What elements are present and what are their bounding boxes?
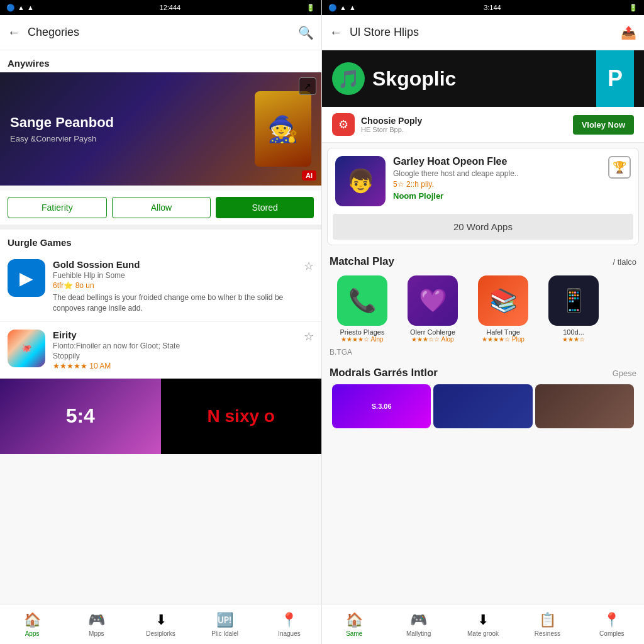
fav-button[interactable]: Fatierity <box>8 197 107 218</box>
app-name-1: Olerr Cohlerge <box>400 328 465 336</box>
right-panel: 🔵 ▲ ▲ 3:144 🔋 ← Ul Store Hlips 📤 🎵 Skgop… <box>322 0 644 644</box>
bottom-card-0-label: S.3.06 <box>372 402 392 410</box>
banner-logo-badge: AI <box>302 170 316 180</box>
list-item-2-content: Eirity Flonto:Finoiler an now for Gloot;… <box>53 330 296 370</box>
section1-header: Matchal Play / tlalco <box>322 250 644 270</box>
banner-badge-icon: ↗ <box>299 77 316 95</box>
section1-sub-label: B.TGA <box>322 348 644 359</box>
featured-link[interactable]: Noom Plojler <box>393 191 601 201</box>
right-share-icon[interactable]: 📤 <box>621 25 636 40</box>
section1-label: Uurgle Games <box>0 230 321 252</box>
list-item-2-rating: ★★★★★ 10 AM <box>53 362 296 370</box>
right-nav-same-icon: 🏠 <box>346 612 363 628</box>
store-banner-right: P <box>596 50 634 107</box>
app-grid-item-1[interactable]: 💜 Olerr Cohlerge ★★★☆☆ Alop <box>397 273 468 345</box>
bottom-image-1[interactable]: 5:4 <box>0 379 161 454</box>
app-icon-2: 📚 <box>478 275 528 326</box>
right-time: 3:144 <box>484 4 501 11</box>
left-bottom-nav: 🏠 Apps 🎮 Mpps ⬇ Desiplorks 🆙 Plic Idalel… <box>0 604 321 644</box>
app-name-3: 100d... <box>541 328 606 336</box>
bottom-image-2[interactable]: N sixy o <box>161 379 322 454</box>
list-item-2[interactable]: 🐙 Eirity Flonto:Finoiler an now for Gloo… <box>0 322 321 379</box>
left-nav-apps-icon: 🏠 <box>24 612 41 628</box>
left-nav-plic-icon: 🆙 <box>216 612 233 628</box>
right-nav-resiness-icon: 📋 <box>539 612 556 628</box>
right-back-button[interactable]: ← <box>330 25 342 40</box>
right-nav-comples[interactable]: 📍 Comples <box>580 604 644 644</box>
section1-title: Matchal Play <box>330 255 394 268</box>
app-rating-0: ★★★★☆ Alnp <box>330 336 395 343</box>
right-nav-mallyting[interactable]: 🎮 Mallyting <box>386 604 450 644</box>
list-item-2-star[interactable]: ☆ <box>304 330 314 343</box>
right-nav-same[interactable]: 🏠 Same <box>322 604 386 644</box>
spotify-logo: 🎵 <box>332 62 365 95</box>
anywheres-label: Anywires <box>0 50 321 72</box>
right-battery-icon: 🔋 <box>629 4 638 12</box>
bottom-card-0[interactable]: S.3.06 <box>332 384 431 428</box>
section1-link[interactable]: / tlalco <box>613 257 636 267</box>
netflix-label: N sixy o <box>208 406 275 426</box>
banner-image: 🧙 <box>255 91 311 167</box>
right-bottom-nav: 🏠 Same 🎮 Mallyting ⬇ Mate grook 📋 Resine… <box>322 604 644 644</box>
left-nav-desiplorks-label: Desiplorks <box>146 630 175 637</box>
section2: Modrals Garrés Intlor Gpese S.3.06 <box>322 359 644 436</box>
app-grid-item-3[interactable]: 📱 100d... ★★★☆ <box>538 273 609 345</box>
list-item-1-rating: 6tfr⭐ 8o un <box>53 281 296 290</box>
list-item-1-star[interactable]: ☆ <box>304 259 314 273</box>
left-nav-desiplorks[interactable]: ⬇ Desiplorks <box>128 604 192 644</box>
app-icon-3: 📱 <box>548 275 599 326</box>
left-nav-apps[interactable]: 🏠 Apps <box>0 604 64 644</box>
banner-subtitle: Easy &Conervier Paysh <box>10 134 114 143</box>
left-nav-plic[interactable]: 🆙 Plic Idalel <box>193 604 257 644</box>
app-grid-item-0[interactable]: 📞 Priesto Plages ★★★★☆ Alnp <box>327 273 397 345</box>
right-status-left: 🔵 ▲ ▲ <box>328 4 356 12</box>
app-grid-item-2[interactable]: 📚 Hafel Tnge ★★★★☆ Plup <box>468 273 538 345</box>
section2-title: Modrals Garrés Intlor <box>330 367 438 379</box>
banner-title: Sange Peanbod <box>10 114 114 131</box>
left-nav-inagues-label: Inagues <box>278 630 301 637</box>
left-status-bar: 🔵 ▲ ▲ 12:444 🔋 <box>0 0 321 15</box>
left-nav-mpps[interactable]: 🎮 Mpps <box>64 604 128 644</box>
left-time: 12:444 <box>160 4 181 11</box>
featured-app[interactable]: 👦 Garley Hoat Opeon Flee Gloogle there h… <box>327 148 639 245</box>
featured-title: Garley Hoat Opeon Flee <box>393 156 601 167</box>
bottom-card-1[interactable] <box>433 384 532 428</box>
list-icon-1: ▶ <box>8 259 45 297</box>
battery-icon: 🔋 <box>306 4 315 12</box>
featured-badge: 🏆 <box>608 156 631 179</box>
wifi-icon: ▲ <box>18 4 25 11</box>
right-nav-comples-icon: 📍 <box>603 612 620 628</box>
list-item[interactable]: ▶ Gold Sossion Eund Fuehible Hlp in Some… <box>0 252 321 322</box>
store-banner: 🎵 Skgoplic P <box>322 50 644 107</box>
left-section-divider <box>0 225 321 230</box>
banner-card[interactable]: Sange Peanbod Easy &Conervier Paysh 🧙 ↗ … <box>0 72 321 186</box>
stored-button[interactable]: Stored <box>216 197 314 218</box>
right-nav-comples-label: Comples <box>599 630 624 637</box>
choosie-button[interactable]: Vloley Now <box>573 115 634 135</box>
left-header: ← Chegories 🔍 <box>0 15 321 50</box>
right-bluetooth-icon: 🔵 <box>328 4 337 12</box>
bottom-card-2[interactable] <box>535 384 634 428</box>
left-back-button[interactable]: ← <box>8 25 20 40</box>
featured-app-inner: 👦 Garley Hoat Opeon Flee Gloogle there h… <box>328 148 638 214</box>
allow-button[interactable]: Allow <box>112 197 211 218</box>
choosie-sub: HE Storr Bpp. <box>361 126 567 133</box>
left-search-icon[interactable]: 🔍 <box>298 25 314 40</box>
left-content: Anywires Sange Peanbod Easy &Conervier P… <box>0 50 321 604</box>
list-item-1-title: Gold Sossion Eund <box>53 259 296 270</box>
list-item-2-sub: Flonto:Finoiler an now for Gloot; State <box>53 341 296 350</box>
list-item-1-sub: Fuehible Hlp in Some <box>53 271 296 280</box>
featured-content: Garley Hoat Opeon Flee Gloogle there hos… <box>393 156 601 201</box>
right-nav-resiness[interactable]: 📋 Resiness <box>515 604 579 644</box>
bottom-cards: S.3.06 <box>327 384 639 433</box>
store-side-letter: P <box>608 65 623 92</box>
left-nav-inagues[interactable]: 📍 Inagues <box>257 604 321 644</box>
right-nav-mate-label: Mate grook <box>467 630 499 637</box>
right-nav-mate[interactable]: ⬇ Mate grook <box>451 604 515 644</box>
featured-desc: Gloogle there host and cleape apple.. <box>393 169 601 178</box>
section2-link[interactable]: Gpese <box>613 369 636 378</box>
left-nav-mpps-label: Mpps <box>89 630 104 637</box>
app-rating-3: ★★★☆ <box>541 336 606 343</box>
see-more-button[interactable]: 20 Word Apps <box>333 214 633 240</box>
right-status-bar: 🔵 ▲ ▲ 3:144 🔋 <box>322 0 644 15</box>
